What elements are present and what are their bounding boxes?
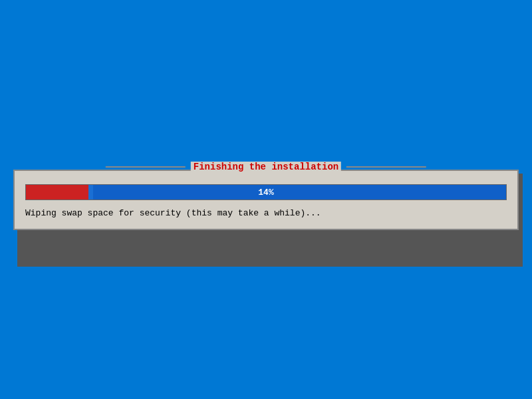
progress-bar-blue <box>88 185 93 200</box>
dialog-content: 14% Wiping swap space for security (this… <box>15 171 517 229</box>
dialog-box: Finishing the installation 14% Wiping sw… <box>13 170 519 230</box>
dialog-container: Finishing the installation 14% Wiping sw… <box>13 170 519 230</box>
title-line-right <box>346 166 426 168</box>
status-text: Wiping swap space for security (this may… <box>25 208 507 218</box>
progress-label: 14% <box>258 187 273 197</box>
progress-bar-container: 14% <box>25 184 507 200</box>
dialog-title-bar: Finishing the installation <box>106 162 426 172</box>
title-line-left <box>106 166 186 168</box>
progress-bar-red <box>26 185 88 200</box>
dialog-title: Finishing the installation <box>191 162 341 172</box>
